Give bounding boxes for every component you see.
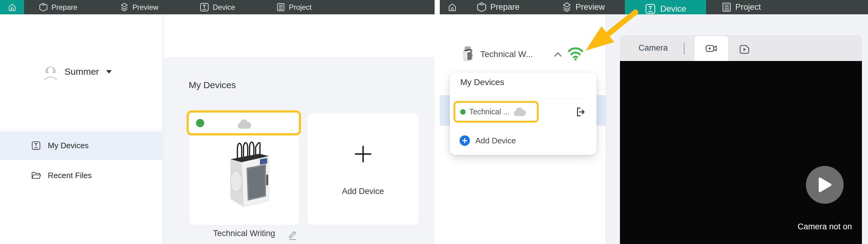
add-device-label: Add Device [307,187,418,196]
home-button[interactable] [447,0,457,14]
chevron-up-icon[interactable] [553,51,562,57]
list-icon [276,2,285,12]
tab-label: Prepare [490,2,520,12]
user-name: Summer [64,66,99,77]
tab-label: Device [213,3,235,11]
dropdown-device-name: Technical ... [469,107,509,116]
tab-prepare[interactable]: Prepare [476,0,520,14]
app-stage: Prepare Preview Device Project Summer My… [0,0,868,244]
home-icon [447,2,457,12]
avatar [42,62,58,81]
dropdown-header: My Devices [460,78,504,87]
tab-project[interactable]: Project [276,0,312,14]
selected-device-name[interactable]: Technical W... [480,49,533,59]
play-icon [817,176,833,193]
device-name: Technical Writing [198,229,290,238]
camera-status-text: Camera not on [779,222,868,232]
cloud-icon [513,108,526,116]
online-status-dot [460,109,466,115]
tab-prepare[interactable]: Prepare [39,0,77,14]
sidebar-item-recent-files[interactable]: Recent Files [0,161,162,190]
camera-video-area [620,61,862,244]
device-thumbnail [459,45,474,63]
user-menu[interactable]: Summer [42,61,134,82]
tab-preview[interactable]: Preview [120,0,158,14]
device-status-highlight-box [187,110,301,135]
home-button[interactable] [0,0,24,14]
page-title: My Devices [189,80,236,90]
sidebar-item-label: My Devices [48,141,89,151]
add-device-card[interactable] [307,113,418,225]
tab-label: Device [660,4,686,14]
tab-label: Project [735,2,761,12]
tab-label: Preview [132,3,158,11]
sidebar-item-my-devices[interactable]: My Devices [0,131,162,160]
printer-photo [214,136,275,212]
chevron-down-icon [106,70,112,74]
printer-icon [31,141,41,151]
tab-live-camera[interactable] [694,36,728,61]
pencil-icon[interactable] [288,229,299,240]
printer-icon [199,2,209,12]
logout-icon[interactable] [575,107,586,117]
tab-project[interactable]: Project [721,0,761,14]
yellow-arrow-annotation [575,8,639,54]
dropdown-add-label: Add Device [475,136,516,145]
cloud-icon [237,119,251,129]
list-icon [721,2,732,12]
plus-circle-icon [460,135,470,146]
sidebar-section-divider [0,129,163,129]
right-top-nav: Prepare Preview Device Project [440,0,868,14]
camera-title: Camera [639,43,668,53]
dropdown-divider [460,99,587,99]
folder-icon [31,171,41,180]
online-status-dot [196,119,204,127]
sidebar-item-label: Recent Files [48,171,92,180]
camcorder-icon [705,43,718,54]
play-button[interactable] [806,166,844,204]
home-icon [8,3,17,12]
box-icon [39,2,48,12]
tab-device[interactable]: Device [199,0,235,14]
box-icon [476,2,487,12]
dropdown-device-highlight-box[interactable]: Technical ... [454,101,539,123]
dropdown-add-device[interactable]: Add Device [460,135,516,146]
plus-icon [353,144,373,164]
printer-icon [645,3,656,15]
camera-header-separator [684,43,684,54]
video-playback-icon[interactable] [738,44,750,55]
tab-label: Prepare [52,3,77,11]
layers-icon [561,2,572,12]
layers-icon [120,2,129,12]
tab-label: Project [289,3,312,11]
left-top-nav: Prepare Preview Device Project [0,0,435,14]
